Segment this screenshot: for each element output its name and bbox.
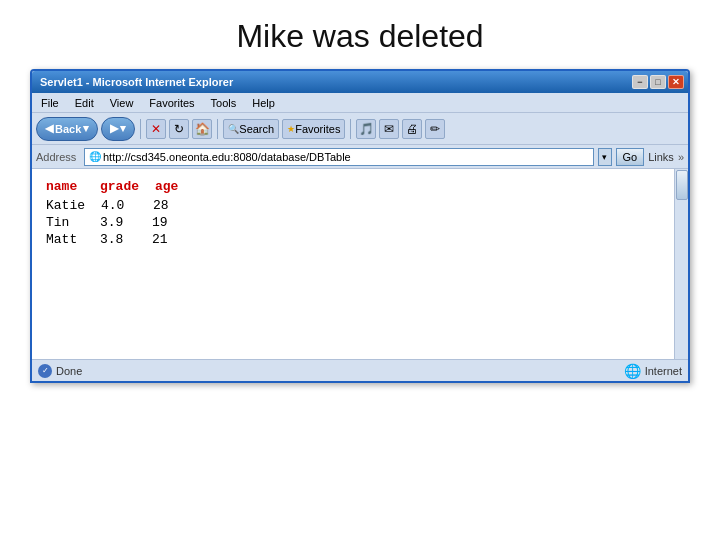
page-title: Mike was deleted	[0, 0, 720, 69]
forward-button[interactable]: ▶ ▾	[101, 117, 135, 141]
media-button[interactable]: 🎵	[356, 119, 376, 139]
globe-icon: 🌐	[89, 151, 101, 162]
minimize-button[interactable]: −	[632, 75, 648, 89]
print-button[interactable]: 🖨	[402, 119, 422, 139]
address-bar: Address 🌐 ▾ Go Links »	[32, 145, 688, 169]
internet-label: Internet	[645, 365, 682, 377]
menu-bar: File Edit View Favorites Tools Help	[32, 93, 688, 113]
scrollbar-track[interactable]	[674, 169, 688, 359]
back-dropdown-icon: ▾	[83, 122, 89, 135]
links-button[interactable]: Links	[648, 151, 674, 163]
row-0-grade: 4.0	[101, 198, 137, 213]
table-header: name grade age	[46, 179, 660, 194]
status-icon: ✓	[38, 364, 52, 378]
menu-file[interactable]: File	[38, 97, 62, 109]
table-row: Matt 3.8 21	[46, 232, 660, 247]
header-name: name	[46, 179, 84, 194]
toolbar-separator-1	[140, 119, 141, 139]
title-bar: Servlet1 - Microsoft Internet Explorer −…	[32, 71, 688, 93]
toolbar: ◀ Back ▾ ▶ ▾ ✕ ↻ 🏠 🔍 Search ★ Favorites …	[32, 113, 688, 145]
globe-status-icon: 🌐	[624, 363, 641, 379]
search-icon[interactable]: 🔍 Search	[223, 119, 279, 139]
home-button[interactable]: 🏠	[192, 119, 212, 139]
browser-title: Servlet1 - Microsoft Internet Explorer	[36, 76, 632, 88]
favorites-button[interactable]: ★ Favorites	[282, 119, 345, 139]
favorites-label: Favorites	[295, 123, 340, 135]
header-grade: grade	[100, 179, 139, 194]
content-wrapper: name grade age Katie 4.0 28 Tin 3.9 19 M…	[32, 169, 688, 359]
browser-window: Servlet1 - Microsoft Internet Explorer −…	[30, 69, 690, 383]
address-dropdown[interactable]: ▾	[598, 148, 612, 166]
content-area: name grade age Katie 4.0 28 Tin 3.9 19 M…	[32, 169, 688, 359]
menu-edit[interactable]: Edit	[72, 97, 97, 109]
row-1-age: 19	[152, 215, 182, 230]
table-row: Tin 3.9 19	[46, 215, 660, 230]
toolbar-separator-2	[217, 119, 218, 139]
status-bar: ✓ Done 🌐 Internet	[32, 359, 688, 381]
forward-dropdown-icon: ▾	[120, 122, 126, 135]
scrollbar-thumb[interactable]	[676, 170, 688, 200]
status-text: Done	[56, 365, 82, 377]
address-input[interactable]	[103, 151, 589, 163]
edit-button[interactable]: ✏	[425, 119, 445, 139]
back-arrow-icon: ◀	[45, 122, 53, 135]
menu-favorites[interactable]: Favorites	[146, 97, 197, 109]
close-button[interactable]: ✕	[668, 75, 684, 89]
status-right: 🌐 Internet	[624, 363, 682, 379]
title-bar-buttons: − □ ✕	[632, 75, 684, 89]
menu-view[interactable]: View	[107, 97, 137, 109]
header-age: age	[155, 179, 185, 194]
status-left: ✓ Done	[38, 364, 82, 378]
row-2-age: 21	[152, 232, 182, 247]
toolbar-separator-3	[350, 119, 351, 139]
row-1-grade: 3.9	[100, 215, 136, 230]
chevron-right-icon: »	[678, 151, 684, 163]
maximize-button[interactable]: □	[650, 75, 666, 89]
row-0-age: 28	[153, 198, 183, 213]
db-table: name grade age Katie 4.0 28 Tin 3.9 19 M…	[46, 179, 660, 247]
address-input-wrap[interactable]: 🌐	[84, 148, 594, 166]
row-2-grade: 3.8	[100, 232, 136, 247]
stop-button[interactable]: ✕	[146, 119, 166, 139]
row-1-name: Tin	[46, 215, 84, 230]
refresh-button[interactable]: ↻	[169, 119, 189, 139]
go-button[interactable]: Go	[616, 148, 645, 166]
forward-arrow-icon: ▶	[110, 122, 118, 135]
menu-help[interactable]: Help	[249, 97, 278, 109]
mail-button[interactable]: ✉	[379, 119, 399, 139]
menu-tools[interactable]: Tools	[208, 97, 240, 109]
row-2-name: Matt	[46, 232, 84, 247]
back-button[interactable]: ◀ Back ▾	[36, 117, 98, 141]
search-label: Search	[239, 123, 274, 135]
table-row: Katie 4.0 28	[46, 198, 660, 213]
row-0-name: Katie	[46, 198, 85, 213]
address-label: Address	[36, 151, 80, 163]
